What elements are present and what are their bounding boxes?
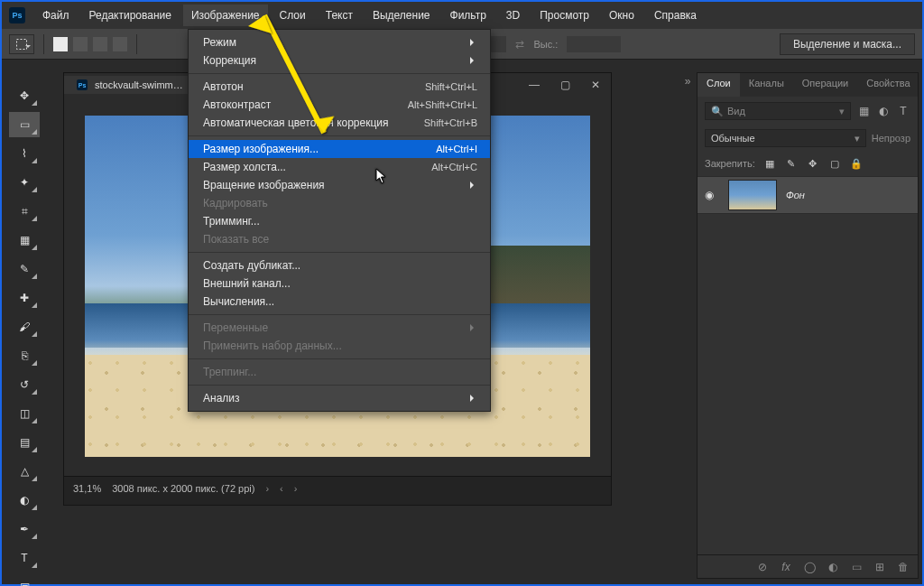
menu-separator <box>189 385 490 386</box>
menu-help[interactable]: Справка <box>646 5 705 26</box>
layer-name[interactable]: Фон <box>786 190 805 200</box>
menu-view[interactable]: Просмотр <box>531 5 597 26</box>
new-layer-icon[interactable]: ⊞ <box>873 561 887 573</box>
panel-tabs: Слои Каналы Операции Свойства <box>698 73 918 97</box>
history-brush-tool[interactable]: ↺ <box>9 372 40 397</box>
lock-artboard-icon[interactable]: ▢ <box>827 156 842 171</box>
subtract-selection-button[interactable] <box>93 37 107 51</box>
lock-paint-icon[interactable]: ✎ <box>784 156 799 171</box>
layer-thumbnail[interactable] <box>728 180 777 210</box>
menu-item-shortcut: Shift+Ctrl+B <box>424 117 477 128</box>
new-selection-button[interactable] <box>53 37 68 51</box>
brush-tool[interactable]: 🖌 <box>9 314 40 340</box>
menu-item[interactable]: Размер изображения...Alt+Ctrl+I <box>189 140 490 158</box>
menu-item[interactable]: Внешний канал... <box>189 274 490 293</box>
add-mask-icon[interactable]: ◯ <box>802 561 817 573</box>
panels-dock: Слои Каналы Операции Свойства 🔍 Вид ▾ ▦ … <box>697 72 919 579</box>
add-selection-button[interactable] <box>73 37 88 51</box>
eraser-tool[interactable]: ◫ <box>9 401 40 426</box>
frame-tool[interactable]: ▦ <box>9 228 40 253</box>
menu-window[interactable]: Окно <box>601 5 642 26</box>
menu-item-label: Внешний канал... <box>203 277 291 290</box>
menu-filter[interactable]: Фильтр <box>442 5 494 26</box>
collapsed-panel-handle[interactable]: » <box>679 72 697 90</box>
menu-item-shortcut: Shift+Ctrl+L <box>425 81 477 92</box>
lasso-tool[interactable]: ⌇ <box>9 141 40 166</box>
menu-item[interactable]: Тримминг... <box>189 212 490 230</box>
blend-mode-dropdown[interactable]: Обычные ▾ <box>705 129 866 147</box>
tab-channels[interactable]: Каналы <box>740 73 793 97</box>
menu-3d[interactable]: 3D <box>498 5 528 26</box>
app-logo: Ps <box>9 7 25 23</box>
svg-rect-0 <box>17 39 27 49</box>
select-and-mask-button[interactable]: Выделение и маска... <box>780 33 915 55</box>
menu-item[interactable]: Коррекция <box>189 51 490 70</box>
menu-item[interactable]: Размер холста...Alt+Ctrl+C <box>189 158 490 176</box>
tool-preset-dropdown[interactable] <box>9 34 34 54</box>
zoom-level[interactable]: 31,1% <box>73 483 101 494</box>
lock-pixels-icon[interactable]: ▦ <box>762 156 777 171</box>
menu-item-label: Автоконтраст <box>203 98 271 111</box>
status-prev-icon[interactable]: ‹ <box>280 483 283 494</box>
mouse-cursor-icon <box>375 168 388 184</box>
crop-tool[interactable]: ⌗ <box>9 199 40 224</box>
swap-wh-icon[interactable]: ⇄ <box>515 38 524 51</box>
menu-item-label: Размер холста... <box>203 161 286 173</box>
menu-item-label: Вычисления... <box>203 295 274 308</box>
gradient-tool[interactable]: ▤ <box>9 430 40 455</box>
maximize-button[interactable]: ▢ <box>550 73 580 97</box>
link-layers-icon[interactable]: ⊘ <box>755 561 770 573</box>
menu-item-label: Тримминг... <box>203 215 260 228</box>
document-tab[interactable]: Ps stockvault-swimm… <box>64 76 196 94</box>
intersect-selection-button[interactable] <box>113 37 127 51</box>
menu-file[interactable]: Файл <box>34 5 78 26</box>
pen-tool[interactable]: ✒ <box>9 516 40 542</box>
layer-kind-filter[interactable]: 🔍 Вид ▾ <box>705 102 851 120</box>
visibility-icon[interactable]: ◉ <box>705 189 719 201</box>
menu-select[interactable]: Выделение <box>365 5 439 26</box>
move-tool[interactable]: ✥ <box>9 83 40 108</box>
tab-properties[interactable]: Свойства <box>857 73 919 97</box>
lock-all-icon[interactable]: 🔒 <box>849 156 864 171</box>
eyedropper-tool[interactable]: ✎ <box>9 256 40 282</box>
menu-item[interactable]: АвтоконтрастAlt+Shift+Ctrl+L <box>189 96 490 114</box>
delete-layer-icon[interactable]: 🗑 <box>896 561 910 573</box>
filter-pixel-icon[interactable]: ▦ <box>856 104 871 118</box>
marquee-tool[interactable]: ▭ <box>9 112 40 137</box>
menu-item[interactable]: Режим <box>189 33 490 51</box>
menu-edit[interactable]: Редактирование <box>81 5 180 26</box>
path-select-tool[interactable]: ▣ <box>9 574 40 586</box>
filter-type-icon[interactable]: T <box>896 104 910 118</box>
new-adjustment-icon[interactable]: ◐ <box>826 561 840 573</box>
new-group-icon[interactable]: ▭ <box>849 561 864 573</box>
blur-tool[interactable]: △ <box>9 459 40 484</box>
clone-stamp-tool[interactable]: ⎘ <box>9 343 40 368</box>
menu-image[interactable]: Изображение <box>183 5 268 26</box>
menu-item[interactable]: Создать дубликат... <box>189 256 490 274</box>
status-menu-icon[interactable]: › <box>265 483 269 494</box>
filter-adjust-icon[interactable]: ◐ <box>876 104 891 118</box>
minimize-button[interactable]: — <box>519 73 550 97</box>
menu-item[interactable]: Автоматическая цветовая коррекцияShift+C… <box>189 114 490 132</box>
menu-item-label: Автотон <box>203 80 244 93</box>
menu-item[interactable]: Вращение изображения <box>189 176 490 194</box>
status-next-icon[interactable]: › <box>294 483 298 494</box>
close-button[interactable]: ✕ <box>580 73 611 97</box>
menu-text[interactable]: Текст <box>318 5 361 26</box>
document-status-bar: 31,1% 3008 пикс. x 2000 пикс. (72 ppi) ›… <box>64 476 611 499</box>
menu-item: Кадрировать <box>189 194 490 212</box>
layer-fx-icon[interactable]: fx <box>779 561 793 573</box>
menu-item[interactable]: Анализ <box>189 389 490 407</box>
layer-row[interactable]: ◉ Фон <box>698 176 918 214</box>
height-field[interactable] <box>567 36 621 52</box>
quick-select-tool[interactable]: ✦ <box>9 170 40 195</box>
menu-item[interactable]: Вычисления... <box>189 293 490 311</box>
healing-brush-tool[interactable]: ✚ <box>9 285 40 311</box>
tab-layers[interactable]: Слои <box>698 73 740 97</box>
lock-position-icon[interactable]: ✥ <box>806 156 820 171</box>
type-tool[interactable]: T <box>9 545 40 571</box>
menu-layers[interactable]: Слои <box>272 5 314 26</box>
dodge-tool[interactable]: ◐ <box>9 488 40 513</box>
menu-item[interactable]: АвтотонShift+Ctrl+L <box>189 78 490 96</box>
tab-actions[interactable]: Операции <box>793 73 857 97</box>
